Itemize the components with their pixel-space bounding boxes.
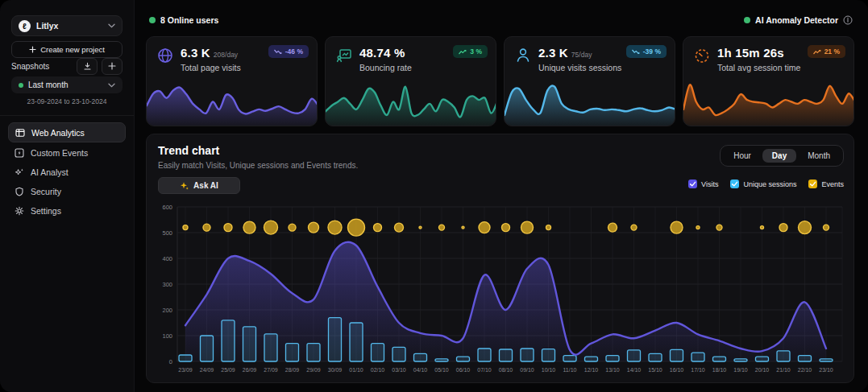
sidebar-item-web-analytics[interactable]: Web Analytics <box>8 122 126 142</box>
ask-ai-label: Ask AI <box>193 181 218 190</box>
trend-chart-subtitle: Easily match Visits, Unique sessions and… <box>158 161 358 170</box>
sessions-bar <box>350 323 363 361</box>
export-snapshot-button[interactable] <box>77 58 98 75</box>
events-bubble <box>289 224 296 231</box>
legend-label: Events <box>821 180 844 188</box>
x-axis-tick: 16/10 <box>670 367 684 373</box>
nav-label: Web Analytics <box>31 128 85 138</box>
sessions-bar <box>500 349 513 361</box>
stat-sparkline <box>326 79 496 126</box>
bolt-square-icon <box>15 148 24 158</box>
timer-icon <box>694 47 710 64</box>
trend-badge-value: 3 % <box>470 47 482 56</box>
sessions-bar <box>713 357 726 361</box>
chevron-down-icon <box>108 83 115 88</box>
create-project-button[interactable]: Create new project <box>11 41 123 58</box>
x-axis-tick: 10/10 <box>542 367 556 373</box>
ask-ai-button[interactable]: Ask AI <box>158 177 240 194</box>
snapshots-label: Snapshots <box>11 62 73 71</box>
project-name: Litlyx <box>36 21 102 31</box>
events-bubble <box>671 221 683 233</box>
checkbox-events[interactable] <box>808 179 817 188</box>
checkbox-unique-sessions[interactable] <box>730 179 739 188</box>
events-bubble <box>696 226 700 229</box>
sidebar-item-security[interactable]: Security <box>8 182 126 200</box>
legend-item-unique-sessions[interactable]: Unique sessions <box>730 179 796 188</box>
legend-label: Visits <box>701 180 718 188</box>
trend-badge-value: -46 % <box>285 47 303 56</box>
sessions-bar <box>307 344 320 361</box>
user-icon <box>515 47 531 64</box>
x-axis-tick: 04/10 <box>413 367 428 373</box>
stat-label: Unique visits sessions <box>538 63 621 72</box>
sidebar-item-settings[interactable]: Settings <box>8 201 126 220</box>
x-axis-tick: 29/09 <box>306 367 321 373</box>
snapshot-period-dropdown[interactable]: Last month <box>11 76 123 93</box>
sessions-bar <box>243 327 256 361</box>
events-bubble <box>779 224 787 232</box>
stat-card-session-time[interactable]: 1h 15m 26s Total avg session time 21 % <box>683 36 854 126</box>
stat-card-unique-sessions[interactable]: 2.3 K75/day Unique visits sessions -39 % <box>504 36 675 126</box>
sidebar: ℓ Litlyx Create new project Snapshots La… <box>0 0 135 392</box>
x-axis-tick: 18/10 <box>712 367 727 373</box>
y-axis-tick: 0 <box>169 358 172 365</box>
sidebar-item-ai-analyst[interactable]: AI Analyst <box>8 163 126 181</box>
stat-value: 48.74 % <box>359 46 405 60</box>
period-status-dot <box>19 83 23 88</box>
stat-sparkline <box>683 79 854 126</box>
chevron-down-icon <box>108 23 115 28</box>
app-window: ℓ Litlyx Create new project Snapshots La… <box>0 0 868 392</box>
check-icon <box>689 180 696 188</box>
project-selector[interactable]: ℓ Litlyx <box>11 15 123 36</box>
legend-item-events[interactable]: Events <box>808 179 844 188</box>
events-bubble <box>479 222 490 233</box>
snapshot-date-range: 23-09-2024 to 23-10-2024 <box>0 97 134 105</box>
stat-card-page-visits[interactable]: 6.3 K208/day Total page visits -46 % <box>146 36 318 126</box>
stat-rate: 75/day <box>571 51 592 59</box>
sessions-bar <box>201 336 214 361</box>
x-axis-tick: 01/10 <box>349 367 363 373</box>
add-snapshot-button[interactable] <box>102 58 123 75</box>
legend-item-visits[interactable]: Visits <box>688 179 718 188</box>
x-axis-tick: 24/09 <box>200 367 214 373</box>
sidebar-divider <box>0 115 134 116</box>
stat-value: 6.3 K <box>181 46 210 60</box>
events-bubble <box>521 221 534 233</box>
trend-badge: 21 % <box>808 45 845 58</box>
trend-badge-value: -39 % <box>643 47 661 56</box>
sparkline-area <box>147 87 318 126</box>
sessions-bar <box>457 357 470 361</box>
events-bubble <box>546 225 551 230</box>
x-axis-tick: 09/10 <box>520 367 534 373</box>
trend-down-icon <box>274 49 282 55</box>
sessions-bar <box>392 347 405 361</box>
sessions-bar <box>521 349 534 361</box>
x-axis-tick: 08/10 <box>499 367 513 373</box>
x-axis-tick: 15/10 <box>648 367 662 373</box>
sessions-bar <box>264 334 277 361</box>
sidebar-item-custom-events[interactable]: Custom Events <box>8 143 126 162</box>
range-option-hour[interactable]: Hour <box>724 149 761 163</box>
chart-legend: Visits Unique sessions Events <box>688 179 844 188</box>
sessions-bar <box>820 359 833 361</box>
range-option-day[interactable]: Day <box>762 149 796 163</box>
x-axis-tick: 17/10 <box>691 367 705 373</box>
info-icon[interactable] <box>843 15 853 25</box>
online-users-label: 8 Online users <box>160 15 218 25</box>
stat-sparkline <box>505 79 675 126</box>
trend-chart[interactable]: 010020030040050060023/0924/0925/0926/092… <box>156 202 845 376</box>
range-option-month[interactable]: Month <box>798 149 840 163</box>
checkbox-visits[interactable] <box>688 179 697 188</box>
x-axis-tick: 14/10 <box>627 367 642 373</box>
events-bubble <box>761 226 764 229</box>
sessions-bar <box>628 350 641 361</box>
sessions-bar <box>435 359 448 361</box>
sparkles-icon <box>15 167 24 177</box>
y-axis-tick: 300 <box>162 281 172 288</box>
legend-label: Unique sessions <box>743 180 796 188</box>
stat-label: Bouncing rate <box>359 63 412 72</box>
sessions-bar <box>372 344 384 361</box>
stat-value: 2.3 K <box>538 46 568 60</box>
create-project-label: Create new project <box>40 45 105 54</box>
stat-card-bouncing-rate[interactable]: 48.74 % Bouncing rate 3 % <box>325 36 496 126</box>
